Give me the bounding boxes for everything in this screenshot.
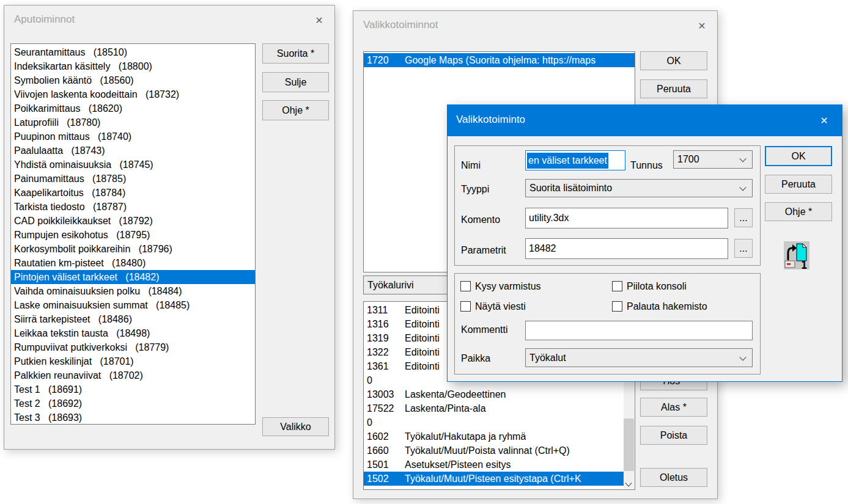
scrollbar-down-button[interactable]: [624, 478, 634, 489]
list-item[interactable]: 1660Työkalut/Muut/Poista valinnat (Ctrl+…: [364, 444, 624, 458]
list-item[interactable]: Painumamittaus (18785): [11, 172, 255, 186]
alas-button[interactable]: Alas *: [640, 398, 707, 417]
dialog-title: Valikkotoiminnot: [363, 19, 438, 31]
parametrit-browse-button[interactable]: ...: [734, 239, 753, 258]
dialog-title: Aputoiminnot: [14, 13, 75, 26]
list-item[interactable]: Tarkista tiedosto (18787): [11, 200, 255, 214]
parametrit-input-value: 18482: [529, 243, 556, 254]
komento-browse-button[interactable]: ...: [734, 208, 753, 227]
list-item[interactable]: Vaihda ominaisuuksien polku (18484): [11, 284, 255, 298]
tyyppi-combo-value: Suorita lisätoiminto: [529, 183, 612, 194]
ok-button[interactable]: OK: [765, 146, 832, 166]
list-item[interactable]: Yhdistä ominaisuuksia (18745): [11, 158, 255, 172]
komento-input-value: utility.3dx: [529, 213, 569, 224]
list-item[interactable]: Siirrä tarkepisteet (18486): [11, 312, 255, 326]
nimi-label: Nimi: [461, 160, 481, 171]
list-item[interactable]: Symbolien kääntö (18560): [11, 73, 255, 87]
list-item[interactable]: Leikkaa tekstin tausta (18498): [11, 326, 255, 340]
komento-input[interactable]: utility.3dx: [525, 208, 728, 228]
list-item[interactable]: 1602Työkalut/Hakutapa ja ryhmä: [364, 429, 624, 444]
list-item[interactable]: Rautatien km-pisteet (18480): [11, 256, 255, 270]
kysy-varmistus-checkbox[interactable]: [460, 281, 471, 291]
scrollbar-thumb[interactable]: [624, 418, 634, 471]
list-item[interactable]: 1720Google Maps (Suorita ohjelma: https:…: [364, 53, 635, 67]
list-item[interactable]: 0: [364, 415, 624, 429]
list-item[interactable]: Indeksikartan käsittely (18800): [11, 59, 255, 73]
peruuta-button[interactable]: Peruuta: [765, 175, 832, 194]
svg-text:1: 1: [801, 259, 807, 269]
list-item[interactable]: Paalulaatta (18743): [11, 144, 255, 158]
parametrit-label: Parametrit: [461, 245, 506, 256]
chevron-down-icon: [739, 354, 746, 360]
toolbar-macro-icon: 1: [784, 241, 809, 269]
close-icon[interactable]: ✕: [693, 17, 711, 34]
list-item[interactable]: Rumpuviivat putkiverkoksi (18779): [11, 340, 255, 354]
chevron-down-icon: [739, 155, 746, 162]
ohje-button[interactable]: Ohje *: [262, 100, 329, 120]
piilota-konsoli-checkbox[interactable]: [612, 281, 622, 291]
parametrit-input[interactable]: 18482: [525, 238, 728, 259]
list-item[interactable]: 1502Työkalut/Muut/Pisteen esitystapa (Ct…: [364, 472, 624, 486]
nayta-viesti-checkbox[interactable]: [460, 301, 471, 312]
palauta-hakemisto-checkbox[interactable]: [612, 301, 622, 312]
valikkotoiminnot-titlebar[interactable]: Valikkotoiminnot ✕: [353, 11, 717, 42]
list-item[interactable]: Korkosymbolit poikkareihin (18796): [11, 242, 255, 256]
nimi-input-selected-text: en väliset tarkkeet: [527, 153, 608, 169]
list-item[interactable]: Viivojen laskenta koodeittain (18732): [11, 87, 255, 101]
list-item[interactable]: 17522Laskenta/Pinta-ala: [364, 401, 624, 415]
list-item[interactable]: Rumpujen esikohotus (18795): [11, 228, 255, 242]
nayta-viesti-label: Näytä viesti: [475, 301, 526, 312]
tyyppi-combo[interactable]: Suorita lisätoiminto: [525, 179, 753, 197]
tunnus-combo[interactable]: 1700: [673, 150, 753, 169]
suorita-button[interactable]: Suorita *: [262, 43, 329, 64]
oletus-button[interactable]: Oletus: [640, 468, 707, 487]
list-item[interactable]: Seurantamittaus (18510): [11, 45, 255, 59]
peruuta-button[interactable]: Peruuta: [640, 79, 707, 98]
close-icon[interactable]: ✕: [310, 12, 328, 29]
desktop: Aputoiminnot ✕ Seurantamittaus (18510)In…: [0, 0, 848, 504]
list-item[interactable]: Latuprofiili (18780): [11, 115, 255, 130]
ohje-button[interactable]: Ohje *: [765, 202, 832, 221]
list-item[interactable]: CAD poikkileikkaukset (18792): [11, 214, 255, 228]
list-item[interactable]: Kaapelikartoitus (18784): [11, 186, 255, 200]
aputoiminnot-listbox: Seurantamittaus (18510)Indeksikartan käs…: [10, 43, 256, 425]
ok-button[interactable]: OK: [640, 51, 707, 70]
aputoiminnot-titlebar[interactable]: Aputoiminnot ✕: [4, 5, 334, 36]
chevron-down-icon: [739, 184, 746, 191]
komento-label: Komento: [461, 214, 500, 225]
list-item[interactable]: Palkkien reunaviivat (18702): [11, 368, 255, 382]
tunnus-combo-value: 1700: [677, 154, 699, 165]
kysy-varmistus-label: Kysy varmistus: [475, 281, 541, 292]
sulje-button[interactable]: Sulje: [262, 72, 329, 92]
piilota-konsoli-label: Piilota konsoli: [627, 281, 687, 292]
tunnus-label: Tunnus: [630, 160, 663, 171]
close-icon[interactable]: ✕: [815, 112, 833, 129]
paikka-label: Paikka: [461, 353, 490, 364]
poista-button[interactable]: Poista: [640, 426, 707, 445]
list-item[interactable]: Test 1 (18691): [11, 382, 255, 396]
list-item[interactable]: Putkien keskilinjat (18701): [11, 354, 255, 368]
aputoiminnot-dialog: Aputoiminnot ✕ Seurantamittaus (18510)In…: [4, 5, 335, 450]
chevron-down-icon: [625, 480, 632, 486]
list-item[interactable]: Poikkarimittaus (18620): [11, 101, 255, 115]
list-item[interactable]: Pintojen väliset tarkkeet (18482): [11, 270, 255, 284]
tyyppi-label: Tyyppi: [461, 184, 489, 195]
dialog-title: Valikkotoiminto: [456, 114, 525, 126]
paikka-combo-value: Työkalut: [529, 352, 566, 363]
list-item[interactable]: Laske ominaisuuksien summat (18485): [11, 298, 255, 312]
list-item[interactable]: 1501Asetukset/Pisteen esitys: [364, 458, 624, 472]
list-item[interactable]: Puupinon mittaus (18740): [11, 130, 255, 144]
list-item[interactable]: Test 2 (18692): [11, 396, 255, 411]
kommentti-label: Kommentti: [461, 324, 507, 335]
toolbar-row-combo-value: Työkalurivi: [367, 280, 414, 291]
nimi-input[interactable]: en väliset tarkkeet: [525, 150, 625, 170]
valikkotoiminto-titlebar[interactable]: Valikkotoiminto ✕: [448, 105, 842, 136]
valikkotoiminto-dialog: Valikkotoiminto ✕ Nimi en väliset tarkke…: [447, 104, 842, 382]
list-item[interactable]: Test 3 (18693): [11, 411, 255, 425]
kommentti-input[interactable]: [525, 321, 753, 340]
list-item[interactable]: 13003Laskenta/Geodeettinen: [364, 387, 624, 401]
palauta-hakemisto-label: Palauta hakemisto: [627, 301, 707, 312]
valikko-button[interactable]: Valikko: [262, 417, 329, 436]
paikka-combo[interactable]: Työkalut: [525, 348, 753, 367]
